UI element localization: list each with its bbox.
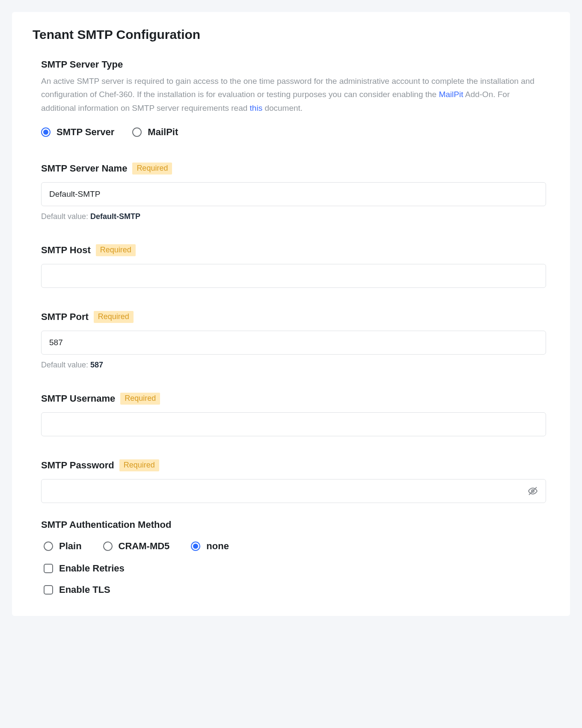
server-type-description: An active SMTP server is required to gai… — [41, 74, 546, 115]
radio-icon — [103, 542, 113, 551]
checkbox-enable-retries[interactable]: Enable Retries — [44, 563, 546, 574]
radio-icon — [132, 127, 142, 137]
radio-auth-none[interactable]: none — [191, 541, 229, 552]
field-label: SMTP Password — [41, 460, 114, 471]
required-badge: Required — [132, 163, 172, 175]
toggle-password-visibility-icon[interactable] — [527, 485, 538, 497]
field-label: SMTP Username — [41, 393, 115, 404]
field-server-name: SMTP Server Name Required Default value:… — [41, 163, 546, 221]
desc-text-post: document. — [262, 104, 303, 112]
server-name-input[interactable] — [41, 182, 546, 206]
checkbox-icon — [44, 585, 53, 595]
radio-label: MailPit — [148, 127, 178, 138]
field-label: SMTP Host — [41, 245, 91, 256]
radio-icon — [191, 542, 200, 551]
page-title: Tenant SMTP Configuration — [33, 27, 549, 42]
field-host: SMTP Host Required — [41, 244, 546, 288]
checkbox-icon — [44, 564, 53, 573]
radio-label: Plain — [59, 541, 82, 552]
checkbox-enable-tls[interactable]: Enable TLS — [44, 584, 546, 595]
radio-label: CRAM-MD5 — [119, 541, 170, 552]
default-prefix: Default value: — [41, 212, 90, 221]
port-default-hint: Default value: 587 — [41, 361, 546, 370]
required-badge: Required — [120, 393, 160, 405]
default-value: Default-SMTP — [90, 212, 140, 221]
radio-auth-plain[interactable]: Plain — [44, 541, 82, 552]
server-name-default-hint: Default value: Default-SMTP — [41, 212, 546, 221]
radio-label: SMTP Server — [56, 127, 114, 138]
field-label: SMTP Port — [41, 311, 89, 323]
radio-label: none — [206, 541, 229, 552]
host-input[interactable] — [41, 264, 546, 288]
username-input[interactable] — [41, 412, 546, 436]
field-username: SMTP Username Required — [41, 393, 546, 436]
field-port: SMTP Port Required Default value: 587 — [41, 311, 546, 370]
default-prefix: Default value: — [41, 361, 90, 369]
required-badge: Required — [94, 311, 134, 323]
docs-link[interactable]: this — [250, 104, 263, 112]
field-password: SMTP Password Required — [41, 459, 546, 503]
auth-method-radio-group: Plain CRAM-MD5 none — [41, 541, 546, 552]
checkbox-label: Enable TLS — [59, 584, 110, 595]
port-input[interactable] — [41, 331, 546, 355]
required-badge: Required — [119, 459, 159, 471]
auth-method-heading: SMTP Authentication Method — [41, 519, 546, 530]
field-label: SMTP Server Name — [41, 163, 127, 174]
radio-icon — [41, 127, 50, 137]
radio-auth-cram-md5[interactable]: CRAM-MD5 — [103, 541, 170, 552]
default-value: 587 — [90, 361, 103, 369]
server-type-radio-group: SMTP Server MailPit — [41, 127, 546, 138]
radio-mailpit[interactable]: MailPit — [132, 127, 178, 138]
server-type-heading: SMTP Server Type — [41, 59, 546, 70]
required-badge: Required — [96, 244, 136, 256]
radio-icon — [44, 542, 53, 551]
checkbox-label: Enable Retries — [59, 563, 125, 574]
smtp-config-card: Tenant SMTP Configuration SMTP Server Ty… — [12, 12, 570, 616]
mailpit-link[interactable]: MailPit — [439, 90, 463, 99]
password-input[interactable] — [41, 479, 546, 503]
radio-smtp-server[interactable]: SMTP Server — [41, 127, 114, 138]
